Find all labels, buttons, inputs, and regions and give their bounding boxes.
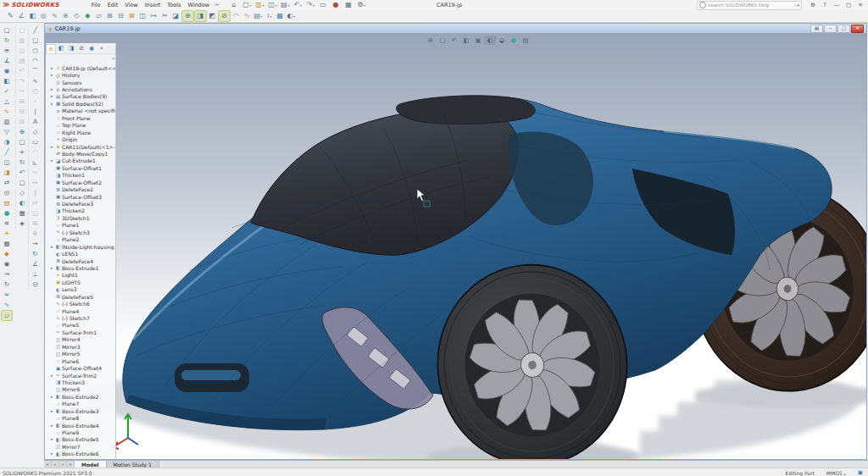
3d-viewport[interactable]: ⊕▢↶◧▣◐◒●▤ ≡◧◨⊘◉» ▴ ▸ ⚠ CAR19-jp (Default… — [45, 33, 866, 459]
section-view-button[interactable]: ◧ — [460, 36, 472, 45]
scene-tool[interactable]: ▦ — [2, 239, 12, 248]
display-settings-button[interactable]: ▦ — [342, 0, 355, 10]
tree-item[interactable]: ⊠ DeleteFace3 — [46, 200, 115, 207]
previous-view-button[interactable]: ↶ — [448, 36, 460, 45]
redo-tool[interactable]: ↷ — [17, 76, 27, 86]
print-button[interactable]: ▤▾ — [279, 0, 292, 10]
tree-item[interactable]: ▸ ◧ Boss-Extrude2 — [46, 393, 115, 400]
pin-menubar-icon[interactable]: ✑ — [214, 2, 220, 8]
menu-tools[interactable]: Tools — [164, 2, 184, 8]
perspective-tool[interactable]: ◈ — [17, 219, 27, 228]
tree-item[interactable]: ✂ Surface-Trim1 — [46, 329, 115, 335]
tree-item[interactable]: ▱ Top Plane — [46, 122, 115, 129]
select-button[interactable]: ▭ — [317, 0, 330, 10]
centerline-tool[interactable]: ∣ — [31, 107, 41, 116]
front-intake[interactable] — [175, 363, 249, 392]
thickened-cut-button[interactable]: ◩ — [207, 11, 218, 21]
options-button[interactable]: ⚙▾ — [355, 0, 368, 10]
ruled-surface-button[interactable]: ⊟ — [115, 11, 126, 21]
previous-view-tool[interactable]: ↶ — [17, 168, 27, 177]
tree-item[interactable]: ▸ A Annotations — [46, 86, 115, 92]
knit-surface-button[interactable]: ⊕ — [181, 10, 194, 22]
convert-entities-tool[interactable]: ⇄ — [31, 198, 41, 208]
walkthrough-tool[interactable]: → — [2, 269, 12, 279]
menu-insert[interactable]: Insert — [142, 2, 164, 8]
surface-flatten-tool[interactable]: ▱ — [1, 310, 13, 321]
select-tool[interactable]: ▢ — [2, 25, 12, 35]
move-entities-tool[interactable]: → — [31, 239, 41, 248]
tree-item[interactable]: ▸ ◧ Boss-Extrude5 — [46, 436, 115, 443]
3d-viewport-canvas[interactable] — [45, 33, 866, 459]
offset-surface-button[interactable]: ⊞ — [104, 11, 115, 21]
spline-tool[interactable]: ∿ — [31, 76, 41, 86]
close-button[interactable]: ✕ — [854, 1, 866, 9]
parting-line-tool[interactable]: ╱ — [2, 147, 12, 157]
restore-button[interactable]: ▢ — [843, 1, 854, 9]
smart-dimension-button[interactable]: ∠ — [16, 11, 27, 21]
curvature-tool[interactable]: ∿ — [2, 107, 12, 116]
document-titlebar[interactable]: ◈ CAR19-jp ▤‒▢✕ — [45, 24, 866, 33]
tree-item[interactable]: ◫ Mirror3 — [46, 343, 115, 350]
paste-tool[interactable]: ⊟ — [17, 107, 27, 116]
tree-item[interactable]: ⇄ Body-Move/Copy1 — [46, 150, 115, 157]
compare-tool[interactable]: ⇄ — [2, 178, 12, 187]
display-style-button[interactable]: ◐ — [484, 36, 496, 45]
menu-file[interactable]: File — [88, 2, 104, 8]
lights-tool[interactable]: ☀ — [2, 229, 12, 238]
new-document-button[interactable]: ▢▾ — [241, 0, 253, 10]
settings-gear-button[interactable]: ⚙ — [807, 1, 819, 9]
front-view-tool[interactable]: ▢ — [17, 178, 27, 187]
doc-close-button[interactable]: ✕ — [851, 25, 864, 33]
tree-item[interactable]: ▸ ◧ Boss-Extrude3 — [46, 407, 115, 414]
tree-item[interactable]: ≡ Material <not specified> — [46, 108, 115, 114]
tree-item[interactable]: ◫ Mirror4 — [46, 336, 115, 343]
delete-tool[interactable]: ⊠ — [17, 117, 27, 126]
doc-restore-button[interactable]: ▢ — [837, 25, 850, 33]
thickness-analysis-tool[interactable]: ◨ — [2, 168, 12, 177]
untrim-surface-button[interactable]: ◪ — [170, 11, 181, 21]
tree-item[interactable]: ▱ Plane2 — [46, 236, 115, 243]
camera-tool[interactable]: ◉ — [2, 259, 12, 268]
open-tool[interactable]: ▥ — [17, 36, 27, 45]
tab-featuremanager[interactable]: ≡ — [46, 44, 56, 53]
zoom-fit-button[interactable]: ⊕ — [425, 36, 437, 45]
point-tool[interactable]: · — [31, 97, 41, 106]
tree-item[interactable]: ▸ ▦ Solid Bodies(52) — [46, 100, 115, 107]
tree-item[interactable]: ⌖ Origin — [46, 136, 115, 142]
shaded-tool[interactable]: ◐ — [17, 198, 27, 208]
slot-tool[interactable]: ▭ — [31, 137, 41, 147]
search-dropdown-icon[interactable]: ▾ — [797, 3, 799, 8]
polygon-tool[interactable]: ◇ — [31, 127, 41, 136]
menu-view[interactable]: View — [121, 2, 141, 8]
rectangle-tool[interactable]: ▢ — [31, 36, 41, 45]
tree-item[interactable]: ▸ ◧ Boss-Extrude4 — [46, 422, 115, 429]
copy-tool[interactable]: ⊞ — [17, 97, 27, 106]
tree-item[interactable]: ▱ Plane1 — [46, 222, 115, 229]
help-search-box[interactable]: Search SOLIDWORKS Help ⌕ ▾ — [697, 1, 802, 10]
tree-item[interactable]: ▱ Plane6 — [46, 357, 115, 364]
file-properties-tool[interactable]: ≡ — [2, 46, 12, 55]
tree-item[interactable]: ▱ Plane7 — [46, 401, 115, 407]
tree-item[interactable]: ▸ ◷ History — [46, 71, 115, 78]
boundary-surface-button[interactable]: ◇ — [71, 11, 82, 21]
extend-entities-tool[interactable]: ↦ — [31, 178, 41, 187]
sketch-fillet-tool[interactable]: ◠ — [31, 147, 41, 157]
rotate-view-tool[interactable]: ↻ — [17, 158, 27, 167]
tree-item[interactable]: 3 3DSketch1 — [46, 214, 115, 221]
swept-surface-button[interactable]: ∿ — [49, 11, 60, 21]
ellipse-tool[interactable]: ◌ — [31, 86, 41, 96]
tree-item[interactable]: ◫ Mirror6 — [46, 386, 115, 393]
sensors-tool[interactable]: ◎ — [2, 188, 12, 197]
tree-item[interactable]: ▱ Front Plane — [46, 114, 115, 121]
redo-button[interactable]: ↷▾ — [304, 0, 317, 10]
tab-configurationmanager[interactable]: ◨ — [66, 44, 76, 53]
tree-item[interactable]: ▸ ◈ CAR11(Default)<1>->? — [46, 143, 115, 150]
tree-item[interactable]: ⊠ DeleteFace5 — [46, 293, 115, 300]
tree-item[interactable]: ✎ (-) Sketch6 — [46, 300, 115, 307]
extruded-surface-button[interactable]: ◧ — [27, 11, 38, 21]
tree-item[interactable]: ▸ ⚠ CAR19-jp (Default<<D — [46, 64, 115, 71]
simulation-tool[interactable]: ≈ — [2, 290, 12, 299]
display-relations-tool[interactable]: ◎ — [31, 280, 41, 289]
draft-analysis-tool[interactable]: ▽ — [2, 127, 12, 136]
tree-item[interactable]: ⊠ DeleteFace2 — [46, 185, 115, 192]
